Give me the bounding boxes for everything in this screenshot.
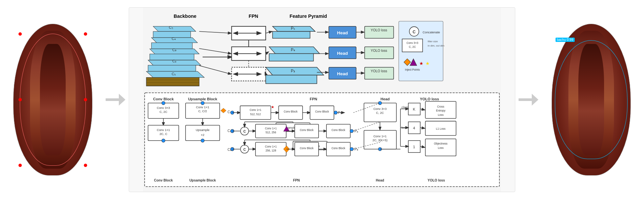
svg-text:Inject Points: Inject Points xyxy=(405,68,420,71)
svg-text:Conv Block: Conv Block xyxy=(284,110,298,113)
bounding-box-left xyxy=(20,34,86,166)
svg-text:filter size: filter size xyxy=(428,40,438,43)
svg-text:Conv 3×3: Conv 3×3 xyxy=(157,106,170,109)
svg-text:Head: Head xyxy=(376,179,384,182)
corner-dot-ml xyxy=(18,98,22,101)
svg-text:Cross: Cross xyxy=(437,105,444,108)
svg-text:FPN: FPN xyxy=(310,97,317,101)
svg-text:Entropy: Entropy xyxy=(436,109,446,112)
svg-text:1: 1 xyxy=(413,145,415,149)
svg-text:★: ★ xyxy=(425,60,430,66)
svg-text:Conv 1×1: Conv 1×1 xyxy=(373,134,387,138)
left-image-panel xyxy=(3,11,102,189)
svg-text:Head: Head xyxy=(337,30,348,35)
svg-text:256, 128: 256, 128 xyxy=(265,149,276,152)
svg-text:★: ★ xyxy=(419,60,424,66)
arrow-right-icon xyxy=(106,93,125,106)
svg-text:Upsample Block: Upsample Block xyxy=(189,179,216,182)
svg-text:C₄: C₄ xyxy=(172,37,176,41)
svg-text:C₅: C₅ xyxy=(169,25,173,29)
svg-rect-37 xyxy=(266,75,317,83)
svg-point-87 xyxy=(162,139,165,142)
corner-dot-bl xyxy=(18,164,22,167)
left-arrow xyxy=(102,93,129,106)
svg-text:4: 4 xyxy=(413,126,415,130)
svg-text:Conv 1×1: Conv 1×1 xyxy=(196,105,209,109)
svg-text:in dim, out dim: in dim, out dim xyxy=(428,44,444,47)
svg-text:Upsample Block: Upsample Block xyxy=(188,97,218,101)
svg-point-142 xyxy=(350,129,353,132)
svg-text:Conv 1×1: Conv 1×1 xyxy=(265,127,277,130)
svg-text:Concatenate: Concatenate xyxy=(423,30,440,34)
svg-text:Conv 1×1: Conv 1×1 xyxy=(250,109,261,112)
svg-text:YOLO loss: YOLO loss xyxy=(371,28,387,32)
svg-text:YOLO loss: YOLO loss xyxy=(427,179,445,182)
svg-text:Objectness: Objectness xyxy=(434,142,447,145)
main-container: Backbone C₅ C₄ C₃ C₂ C₁ xyxy=(0,0,644,199)
svg-text:C, 2C: C, 2C xyxy=(376,111,384,115)
svg-text:×2: ×2 xyxy=(201,133,205,136)
svg-text:C₃: C₃ xyxy=(172,48,176,52)
svg-text:P₅: P₅ xyxy=(338,111,342,115)
svg-point-120 xyxy=(334,111,337,114)
bounding-box-right xyxy=(555,40,627,159)
svg-point-97 xyxy=(201,101,204,105)
corner-dot-tr xyxy=(84,32,87,36)
svg-rect-56 xyxy=(365,47,394,58)
svg-text:Conv 3×3: Conv 3×3 xyxy=(373,107,387,111)
svg-text:P₅: P₅ xyxy=(291,26,295,31)
architecture-diagram: Backbone C₅ C₄ C₃ C₂ C₁ xyxy=(129,8,515,192)
svg-text:512, 512: 512, 512 xyxy=(250,113,261,116)
svg-text:Conv Block: Conv Block xyxy=(300,147,314,149)
svg-text:C: C xyxy=(413,29,416,34)
svg-text:P₃: P₃ xyxy=(355,147,358,151)
svg-rect-11 xyxy=(148,65,196,71)
arrow-right-icon-2 xyxy=(519,93,538,106)
svg-text:Conv Block: Conv Block xyxy=(154,179,173,182)
svg-text:Conv Block: Conv Block xyxy=(315,110,329,113)
svg-text:Conv 3×3: Conv 3×3 xyxy=(407,41,419,44)
svg-text:C, C/2: C, C/2 xyxy=(198,110,207,113)
svg-text:Conv 1×1: Conv 1×1 xyxy=(265,145,277,148)
svg-text:C: C xyxy=(243,148,246,151)
svg-point-86 xyxy=(162,101,165,105)
svg-text:FPN: FPN xyxy=(249,14,258,19)
svg-text:Upsample: Upsample xyxy=(196,128,210,132)
right-image-panel: bachu 0.99 xyxy=(542,11,641,189)
svg-text:P₄: P₄ xyxy=(291,48,295,52)
svg-rect-8 xyxy=(150,54,194,60)
svg-point-98 xyxy=(201,139,204,142)
svg-text:Conv Block: Conv Block xyxy=(331,147,346,149)
svg-text:Head: Head xyxy=(337,50,348,55)
svg-text:2C, C: 2C, C xyxy=(159,132,167,136)
svg-text:Conv 1×1: Conv 1×1 xyxy=(157,128,170,132)
detection-label: bachu 0.99 xyxy=(556,38,575,42)
svg-text:YOLO loss: YOLO loss xyxy=(420,97,439,101)
svg-text:YOLO loss: YOLO loss xyxy=(371,69,387,73)
backbone-label: Backbone xyxy=(174,14,196,19)
svg-rect-15 xyxy=(146,77,199,86)
right-arrow xyxy=(515,93,542,106)
svg-rect-5 xyxy=(152,43,192,49)
svg-marker-1 xyxy=(153,26,196,31)
svg-point-173 xyxy=(378,101,382,105)
svg-rect-58 xyxy=(365,67,394,79)
svg-text:Loss: Loss xyxy=(438,113,443,116)
svg-text:C, 2C: C, 2C xyxy=(159,110,167,114)
svg-text:Loss: Loss xyxy=(438,146,443,149)
svg-text:C, 2C: C, 2C xyxy=(409,45,416,48)
corner-dot-mr xyxy=(84,98,87,101)
corner-dot-tl xyxy=(18,32,22,36)
svg-rect-34 xyxy=(269,53,313,61)
svg-text:C: C xyxy=(243,130,246,133)
svg-text:Head: Head xyxy=(337,71,348,76)
svg-text:K: K xyxy=(413,107,416,111)
svg-text:Conv Block: Conv Block xyxy=(153,97,174,101)
svg-text:Feature Pyramid: Feature Pyramid xyxy=(289,14,327,19)
svg-text:class: class xyxy=(401,105,409,109)
svg-text:FPN: FPN xyxy=(293,179,300,182)
svg-text:Conv Block: Conv Block xyxy=(331,129,346,132)
svg-text:512, 256: 512, 256 xyxy=(265,131,276,134)
svg-rect-31 xyxy=(273,31,310,38)
svg-text:Head: Head xyxy=(381,97,390,101)
